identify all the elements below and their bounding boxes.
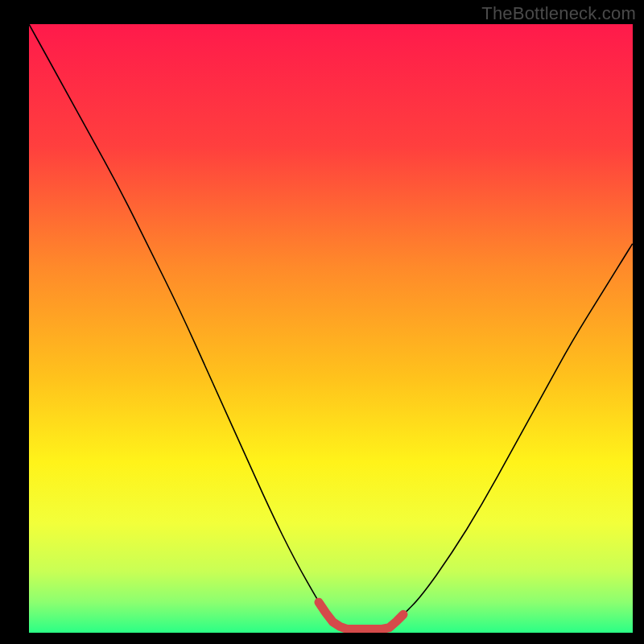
watermark-text: TheBottleneck.com	[481, 3, 636, 24]
chart-stage: TheBottleneck.com	[0, 0, 644, 644]
bottleneck-chart	[0, 0, 644, 644]
gradient-background	[29, 24, 633, 633]
